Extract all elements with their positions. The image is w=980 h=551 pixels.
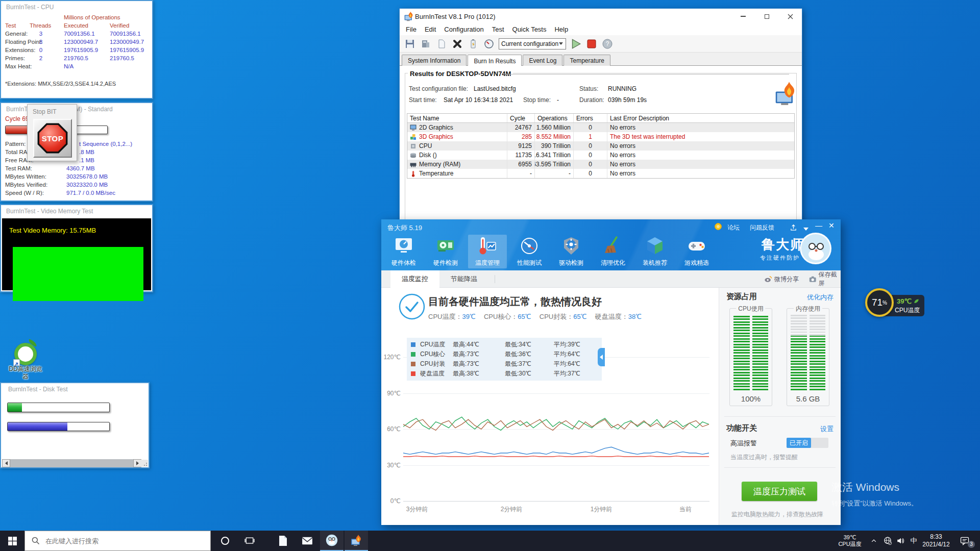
test-name-cell: Disk () <box>407 151 507 160</box>
taskbar-search[interactable] <box>24 531 211 551</box>
close-button[interactable]: ✕ <box>828 221 835 230</box>
errors-cell: 0 <box>574 123 607 132</box>
tab-temperature[interactable]: Temperature <box>564 55 610 67</box>
toolbar[interactable]: Current configuration ? <box>400 35 802 53</box>
start-test-button[interactable] <box>570 38 582 50</box>
taskbar[interactable]: 39℃CPU温度 中 8:332021/4/12 3 <box>0 531 980 551</box>
nav-item-驱动检测[interactable]: 驱动检测 <box>552 235 591 268</box>
sub-tab-bar[interactable]: 微博分享 保存截屏 温度监控节能降温 <box>381 270 841 288</box>
tab-system-information[interactable]: System Information <box>402 55 467 67</box>
legend-collapse-button[interactable] <box>598 348 605 366</box>
nav-item-性能测试[interactable]: 性能测试 <box>510 235 549 268</box>
widget-usage-circle[interactable]: 71% <box>865 288 894 317</box>
ups-test-icon[interactable] <box>467 38 479 50</box>
taskbar-app-mail[interactable] <box>296 531 319 551</box>
task-view-button[interactable] <box>238 531 261 551</box>
feedback-link[interactable]: 问题反馈 <box>750 223 774 232</box>
config-file-value: LastUsed.bitcfg <box>474 85 516 92</box>
nav-item-装机推荐[interactable]: 装机推荐 <box>635 235 674 268</box>
cortana-button[interactable] <box>213 531 237 551</box>
menu-bar[interactable]: FileEditConfigurationTestQuick TestsHelp <box>400 24 802 35</box>
clipboard-icon[interactable] <box>435 38 448 50</box>
brand-slogan: 专注硬件防护 <box>760 254 800 262</box>
maximize-button[interactable] <box>755 9 778 24</box>
tray-volume[interactable] <box>894 531 908 551</box>
scroll-right-button[interactable] <box>133 459 141 467</box>
menu-item-test[interactable]: Test <box>488 24 508 35</box>
configuration-dropdown[interactable]: Current configuration <box>499 38 566 49</box>
heading-rule <box>504 74 789 74</box>
share-icon[interactable] <box>790 223 797 233</box>
stop-bit-button[interactable]: STOP <box>33 119 72 158</box>
resize-grip[interactable] <box>141 460 148 467</box>
nav-item-温度管理[interactable]: 温度管理 <box>468 235 507 268</box>
help-button[interactable]: ? <box>601 38 614 50</box>
tray-action-center[interactable]: 3 <box>953 531 976 551</box>
alarm-label: 高温报警 <box>730 439 757 448</box>
tab-bar[interactable]: System InformationBurn In ResultsEvent L… <box>400 53 802 66</box>
weibo-share-button[interactable]: 微博分享 <box>764 270 799 288</box>
medal-icon[interactable] <box>714 222 722 233</box>
menu-item-configuration[interactable]: Configuration <box>440 24 487 35</box>
minimize-button[interactable] <box>731 9 755 24</box>
temp-label: CPU封装： <box>540 313 573 320</box>
test-name-cell: 3D Graphics <box>407 132 507 141</box>
menu-item-help[interactable]: Help <box>550 24 572 35</box>
burnintest-disk-window[interactable]: BurnInTest - Disk Test <box>0 382 150 468</box>
save-screenshot-button[interactable]: 保存截屏 <box>809 270 841 288</box>
titlebar[interactable]: BurnInTest V8.1 Pro (1012) <box>400 9 802 24</box>
burnintest-video-window[interactable]: BurnInTest - Video Memory Test Test Vide… <box>0 204 153 292</box>
table-row[interactable]: 3D Graphics2858.552 Million1The 3D test … <box>407 132 794 141</box>
temperature-stress-test-button[interactable]: 温度压力测试 <box>742 482 817 501</box>
scroll-left-button[interactable] <box>2 459 10 467</box>
description-cell: No errors <box>607 169 794 178</box>
x-tick-label: 2分钟前 <box>501 505 523 514</box>
temp-item: CPU温度：39℃ <box>428 312 476 321</box>
minimize-button[interactable]: — <box>815 221 822 230</box>
high-temp-alarm-toggle[interactable]: 已开启 <box>787 438 828 448</box>
menu-item-edit[interactable]: Edit <box>421 24 440 35</box>
stop-test-button[interactable] <box>585 38 598 50</box>
start-button[interactable] <box>0 531 24 551</box>
dropdown-caret-icon[interactable] <box>803 225 809 233</box>
tray-network[interactable] <box>881 531 894 551</box>
nav-item-硬件体检[interactable]: 硬件体检 <box>384 235 423 268</box>
table-row[interactable]: Memory (RAM)695563.595 Trillion0No error… <box>407 160 794 169</box>
search-input[interactable] <box>45 537 193 545</box>
settings-link[interactable]: 设置 <box>820 424 834 434</box>
tray-cpu-temp[interactable]: 39℃CPU温度 <box>833 531 867 551</box>
burnintest-flame-icon <box>404 11 414 23</box>
delete-results-icon[interactable] <box>451 38 463 50</box>
taskbar-app-ludashi[interactable] <box>320 531 344 551</box>
table-row[interactable]: 2D Graphics247671.560 Million0No errors <box>407 123 794 132</box>
tray-ime[interactable]: 中 <box>908 531 920 551</box>
system-info-icon[interactable] <box>420 38 432 50</box>
optimize-memory-link[interactable]: 优化内存 <box>807 293 834 302</box>
table-row[interactable]: Temperature--0No errors <box>407 169 794 178</box>
taskbar-app-burnintest[interactable] <box>345 531 368 551</box>
menu-item-quick-tests[interactable]: Quick Tests <box>508 24 551 35</box>
nav-item-清理优化[interactable]: 清理优化 <box>594 235 632 268</box>
tab-event-log[interactable]: Event Log <box>523 55 562 67</box>
desktop-icon-dd-browser[interactable]: DD高速浏览 器 <box>4 343 47 381</box>
horizontal-scrollbar[interactable] <box>2 459 141 467</box>
tab-温度监控[interactable]: 温度监控 <box>390 270 439 288</box>
taskbar-app-document[interactable] <box>271 531 295 551</box>
table-row[interactable]: Disk ()1173516.341 Trillion0No errors <box>407 151 794 160</box>
ludashi-window[interactable]: 鲁大师 5.19 论坛 问题反馈 — ✕ 硬件体检硬件检测温度管理性能测试驱动检… <box>381 219 841 525</box>
forum-link[interactable]: 论坛 <box>727 223 740 232</box>
operations-cell: 63.595 Trillion <box>535 160 574 169</box>
temperature-panel: 目前各硬件温度均正常，散热情况良好 CPU温度：39℃CPU核心：65℃CPU封… <box>381 288 719 525</box>
tray-chevron-up[interactable] <box>868 531 880 551</box>
table-row[interactable]: CPU9125390 Trillion0No errors <box>407 141 794 151</box>
nav-item-硬件检测[interactable]: 硬件检测 <box>426 235 465 268</box>
menu-item-file[interactable]: File <box>402 24 421 35</box>
save-report-icon[interactable] <box>404 38 416 50</box>
cell: General: <box>5 31 28 37</box>
gauge-icon[interactable] <box>483 38 495 50</box>
close-button[interactable] <box>778 9 802 24</box>
burnintest-cpu-window[interactable]: BurnInTest - CPU Millions of Operations … <box>0 0 153 99</box>
nav-item-游戏精选[interactable]: 游戏精选 <box>677 235 716 268</box>
tab-节能降温[interactable]: 节能降温 <box>439 270 488 288</box>
tray-clock[interactable]: 8:332021/4/12 <box>920 531 952 551</box>
